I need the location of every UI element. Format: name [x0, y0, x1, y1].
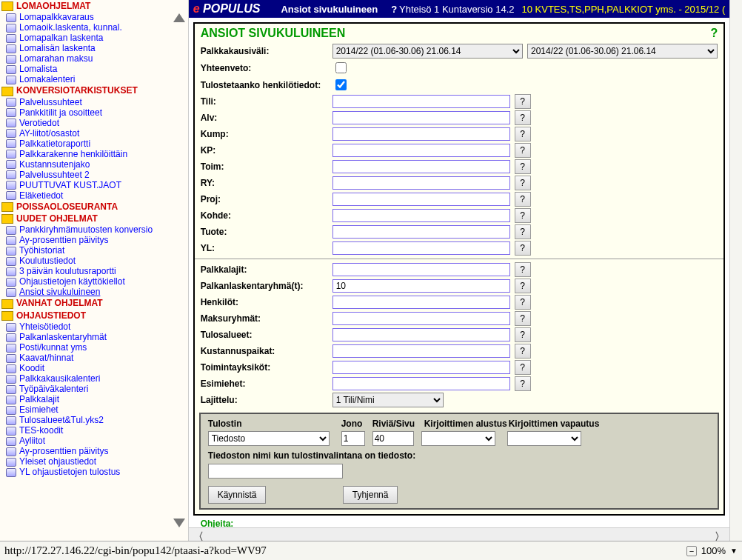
- sidebar-item[interactable]: Tulosalueet&Tul.yks2: [6, 415, 187, 425]
- sidebar-item[interactable]: Palkkarakenne henkilöittäin: [6, 149, 187, 159]
- sidebar-item[interactable]: Ay-prosenttien päivitys: [6, 235, 187, 245]
- summary-checkbox[interactable]: [335, 62, 347, 73]
- printperson-checkbox[interactable]: [335, 79, 347, 90]
- field-input[interactable]: [332, 296, 510, 309]
- field-help-button[interactable]: ?: [515, 241, 531, 256]
- field-input[interactable]: [332, 209, 510, 222]
- vertical-scrollbar[interactable]: [729, 0, 742, 541]
- field-input[interactable]: [332, 344, 510, 358]
- sidebar-item[interactable]: Palvelussuhteet 2: [6, 170, 187, 180]
- sidebar-category[interactable]: OHJAUSTIEDOT: [1, 310, 187, 321]
- period-from-select[interactable]: 2014/22 (01.06-30.06) 21.06.14: [332, 44, 523, 59]
- sidebar-item[interactable]: Kustannsutenjako: [6, 159, 187, 170]
- sidebar-item[interactable]: Pankkitilit ja osoitteet: [6, 107, 187, 118]
- sidebar-category[interactable]: KONVERSIOTARKISTUKSET: [1, 84, 187, 96]
- scroll-left-icon[interactable]: 〈: [193, 530, 204, 541]
- sidebar-item[interactable]: Lomarahan maksu: [6, 53, 187, 64]
- field-input[interactable]: [332, 193, 510, 206]
- field-help-button[interactable]: ?: [515, 127, 531, 141]
- clear-button[interactable]: Tyhjennä: [343, 486, 398, 504]
- form-help-icon[interactable]: ?: [711, 27, 718, 40]
- sidebar-item[interactable]: 3 päivän koulutusraportti: [6, 266, 187, 276]
- sort-select[interactable]: 1 Tili/Nimi: [332, 393, 444, 407]
- field-input[interactable]: [332, 241, 510, 255]
- sidebar-item[interactable]: Koodit: [6, 363, 187, 373]
- sidebar-category[interactable]: POISSAOLOSEURANTA: [1, 201, 187, 213]
- sidebar-item[interactable]: PUUTTUVAT KUST.JAOT: [6, 180, 187, 190]
- field-input[interactable]: [332, 111, 510, 124]
- field-input[interactable]: [332, 127, 510, 141]
- field-help-button[interactable]: ?: [515, 279, 531, 293]
- field-help-button[interactable]: ?: [515, 295, 531, 310]
- sidebar-item[interactable]: Työpäiväkalenteri: [6, 384, 187, 394]
- zoom-dropdown-icon[interactable]: ▼: [730, 547, 738, 555]
- run-button[interactable]: Käynnistä: [208, 486, 267, 504]
- field-help-button[interactable]: ?: [515, 208, 531, 223]
- sidebar-item[interactable]: Yleiset ohjaustiedot: [6, 456, 187, 467]
- field-input[interactable]: [332, 176, 510, 190]
- field-help-button[interactable]: ?: [515, 311, 531, 326]
- sidebar-item[interactable]: Ansiot sivukuluineen: [6, 287, 187, 297]
- sidebar-item[interactable]: Kaavat/hinnat: [6, 353, 187, 363]
- sidebar-item[interactable]: Pankkiryhmämuutosten konversio: [6, 224, 187, 235]
- sidebar-item[interactable]: AY-liitot/osastot: [6, 128, 187, 139]
- scroll-right-icon[interactable]: 〉: [715, 530, 725, 541]
- sidebar-item[interactable]: Verotiedot: [6, 118, 187, 128]
- sidebar-item[interactable]: Lomakalenteri: [6, 74, 187, 84]
- sidebar-item[interactable]: Työhistoriat: [6, 245, 187, 256]
- sidebar-item[interactable]: Lomapalkan laskenta: [6, 33, 187, 43]
- sidebar-item[interactable]: Posti/kunnat yms: [6, 342, 187, 353]
- field-input[interactable]: [332, 377, 510, 390]
- field-help-button[interactable]: ?: [515, 110, 531, 125]
- scroll-up-icon[interactable]: [173, 13, 185, 22]
- sidebar-category[interactable]: VANHAT OHJELMAT: [1, 297, 187, 309]
- sidebar-item[interactable]: Palkkakausikalenteri: [6, 373, 187, 384]
- sidebar-item[interactable]: Palkkalajit: [6, 394, 187, 404]
- field-help-button[interactable]: ?: [515, 143, 531, 158]
- sidebar-item[interactable]: Ay-prosenttien päivitys: [6, 446, 187, 456]
- field-input[interactable]: [332, 263, 510, 276]
- field-help-button[interactable]: ?: [515, 327, 531, 342]
- field-help-button[interactable]: ?: [515, 262, 531, 277]
- field-help-button[interactable]: ?: [515, 344, 531, 359]
- field-input[interactable]: [332, 279, 510, 293]
- sidebar-item[interactable]: Palkanlaskentaryhmät: [6, 332, 187, 342]
- field-help-button[interactable]: ?: [515, 376, 531, 391]
- field-input[interactable]: [332, 160, 510, 173]
- sidebar-item[interactable]: Ohjaustietojen käyttökiellot: [6, 276, 187, 287]
- field-input[interactable]: [332, 95, 510, 108]
- queue-input[interactable]: [341, 431, 365, 446]
- sidebar-item[interactable]: Lomalista: [6, 64, 187, 74]
- sidebar-item[interactable]: Yhteisötiedot: [6, 321, 187, 332]
- horizontal-scrollbar[interactable]: 〈 〉: [189, 527, 730, 541]
- sidebar-item[interactable]: Lomapalkkavaraus: [6, 12, 187, 22]
- field-input[interactable]: [332, 312, 510, 325]
- sidebar-item[interactable]: Palkkatietoraportti: [6, 139, 187, 149]
- sidebar-item[interactable]: Palvelussuhteet: [6, 97, 187, 107]
- field-input[interactable]: [332, 225, 510, 239]
- init-select[interactable]: [421, 431, 495, 446]
- sidebar-item[interactable]: TES-koodit: [6, 425, 187, 436]
- sidebar-item[interactable]: YL ohjaustietojen tulostus: [6, 467, 187, 477]
- sidebar-item[interactable]: Lomalisän laskenta: [6, 43, 187, 53]
- sidebar-item[interactable]: Lomaoik.laskenta, kunnal.: [6, 22, 187, 33]
- field-help-button[interactable]: ?: [515, 192, 531, 207]
- help-icon[interactable]: ?: [391, 4, 397, 15]
- sidebar-item[interactable]: Esimiehet: [6, 404, 187, 415]
- sidebar-item[interactable]: Koulutustiedot: [6, 256, 187, 266]
- filename-input[interactable]: [208, 464, 343, 479]
- sidebar-category[interactable]: UUDET OHJELMAT: [1, 213, 187, 224]
- field-help-button[interactable]: ?: [515, 360, 531, 375]
- field-help-button[interactable]: ?: [515, 224, 531, 239]
- field-input[interactable]: [332, 328, 510, 341]
- sidebar-item[interactable]: Ayliitot: [6, 436, 187, 446]
- field-input[interactable]: [332, 144, 510, 157]
- sidebar-item[interactable]: Eläketiedot: [6, 190, 187, 201]
- printer-select[interactable]: Tiedosto: [208, 431, 330, 446]
- period-to-select[interactable]: 2014/22 (01.06-30.06) 21.06.14: [527, 44, 718, 59]
- release-select[interactable]: [507, 431, 581, 446]
- field-input[interactable]: [332, 361, 510, 374]
- field-help-button[interactable]: ?: [515, 159, 531, 174]
- field-help-button[interactable]: ?: [515, 176, 531, 190]
- sidebar-category[interactable]: LOMAOHJELMAT: [1, 0, 187, 12]
